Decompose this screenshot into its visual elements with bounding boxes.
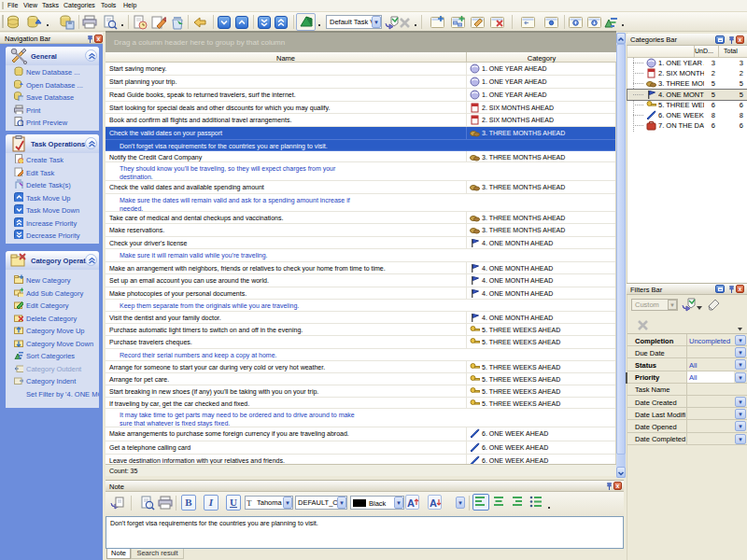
svg-text:A: A [407, 497, 415, 509]
svg-text:T: T [247, 498, 252, 507]
svg-text:A: A [430, 497, 437, 509]
